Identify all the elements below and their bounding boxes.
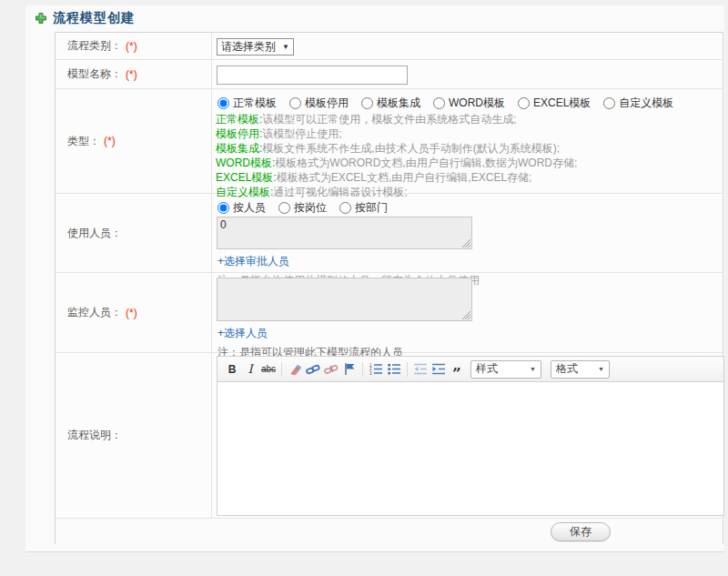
process-model-form: 流程类别： (*) 请选择类别 ▼ 模型名称： (*) 类型：: [55, 32, 723, 544]
toolbar-separator: [281, 362, 282, 377]
toolbar-separator: [407, 362, 408, 377]
users-textarea[interactable]: 0: [217, 217, 472, 249]
users-label: 使用人员：: [67, 226, 122, 241]
anchor-flag-icon[interactable]: [341, 360, 358, 379]
type-radio-custom[interactable]: [603, 97, 615, 109]
category-label: 流程类别：: [67, 38, 122, 54]
type-radio-normal[interactable]: [217, 97, 229, 109]
row-type: 类型： (*) 正常模板 模板停用 模板集成 WORD模板 EXCEL模板 自定…: [56, 89, 723, 194]
type-label: 类型：: [67, 134, 100, 149]
type-desc: 模板集成:模板文件系统不作生成,由技术人员手动制作(默认为系统模板);: [216, 141, 717, 156]
svg-text:3: 3: [369, 371, 372, 376]
save-button[interactable]: 保存: [551, 522, 611, 541]
type-option-label[interactable]: 自定义模板: [619, 96, 673, 111]
remove-format-icon[interactable]: [287, 360, 303, 379]
type-radio-integrated[interactable]: [361, 97, 373, 109]
type-radio-excel[interactable]: [518, 97, 530, 109]
row-description: 流程说明： B I abc: [56, 353, 723, 519]
description-label: 流程说明：: [67, 428, 122, 443]
users-radio-by-post[interactable]: [278, 202, 290, 214]
category-select-value: 请选择类别: [221, 39, 276, 55]
model-name-input[interactable]: [217, 66, 408, 85]
page-title: 流程模型创建: [53, 10, 135, 26]
indent-icon[interactable]: [430, 360, 447, 379]
rich-text-editor: B I abc: [217, 356, 724, 516]
format-dropdown[interactable]: 格式 ▼: [551, 360, 610, 379]
chevron-down-icon: ▼: [598, 366, 604, 372]
editor-toolbar: B I abc: [217, 357, 723, 382]
type-radio-disabled[interactable]: [289, 97, 301, 109]
blockquote-icon[interactable]: ”: [449, 360, 465, 379]
plus-icon: [35, 12, 47, 25]
users-radio-by-dept[interactable]: [339, 202, 351, 214]
chevron-down-icon: ▼: [282, 43, 289, 51]
required-marker: (*): [126, 307, 137, 319]
type-option-label[interactable]: WORD模板: [449, 96, 505, 111]
users-option-label[interactable]: 按部门: [355, 200, 388, 216]
type-radio-group: 正常模板 模板停用 模板集成 WORD模板 EXCEL模板 自定义模板: [217, 96, 717, 111]
monitors-textarea[interactable]: [217, 278, 472, 321]
type-option-label[interactable]: 模板停用: [305, 96, 349, 111]
unlink-icon[interactable]: [323, 360, 339, 379]
styles-dropdown[interactable]: 样式 ▼: [470, 360, 541, 379]
users-option-label[interactable]: 按岗位: [294, 200, 327, 216]
type-desc: 正常模板:该模型可以正常使用，模板文件由系统格式自动生成;: [216, 112, 717, 126]
row-monitors: 监控人员： (*) +选择人员 注：是指可以管理此下模型流程的人员: [56, 273, 723, 353]
row-users: 使用人员： 按人员 按岗位 按部门 0 +选择审批人员 注：是指允许使用此模型的…: [56, 194, 723, 273]
bullet-list-icon[interactable]: [386, 360, 402, 379]
category-select[interactable]: 请选择类别 ▼: [217, 38, 294, 56]
type-desc: EXCEL模板:模板格式为EXCEL文档,由用户自行编辑,EXCEL存储;: [216, 170, 717, 185]
users-radio-by-person[interactable]: [217, 202, 229, 214]
toolbar-separator: [362, 362, 363, 377]
italic-button[interactable]: I: [242, 360, 258, 379]
row-category: 流程类别： (*) 请选择类别 ▼: [56, 33, 723, 60]
link-icon[interactable]: [305, 360, 321, 379]
type-desc: 模板停用:该模型停止使用;: [216, 126, 717, 141]
users-radio-group: 按人员 按岗位 按部门: [217, 200, 717, 216]
content-panel: 流程模型创建 流程类别： (*) 请选择类别 ▼ 模型名称： (*): [25, 5, 724, 552]
row-model-name: 模型名称： (*): [56, 60, 723, 89]
pick-monitors-link[interactable]: +选择人员: [217, 326, 268, 341]
row-footer: 保存: [56, 519, 723, 545]
users-option-label[interactable]: 按人员: [233, 200, 266, 216]
required-marker: (*): [126, 40, 137, 53]
chevron-down-icon: ▼: [530, 366, 536, 372]
pick-approvers-link[interactable]: +选择审批人员: [217, 254, 289, 269]
page-header: 流程模型创建: [35, 10, 135, 26]
strikethrough-button[interactable]: abc: [260, 360, 277, 379]
model-name-label: 模型名称：: [67, 66, 122, 82]
outdent-icon[interactable]: [412, 360, 429, 379]
type-radio-word[interactable]: [433, 97, 445, 109]
ordered-list-icon[interactable]: 123: [368, 360, 384, 379]
bold-button[interactable]: B: [224, 360, 240, 379]
type-desc: WORD模板:模板格式为WORORD文档,由用户自行编辑,数据为WORD存储;: [216, 156, 717, 170]
monitors-label: 监控人员：: [67, 305, 122, 320]
editor-content-area[interactable]: [217, 382, 723, 515]
type-option-label[interactable]: 模板集成: [377, 96, 420, 111]
required-marker: (*): [104, 135, 116, 147]
required-marker: (*): [126, 68, 137, 81]
type-option-label[interactable]: 正常模板: [233, 96, 277, 111]
type-option-label[interactable]: EXCEL模板: [533, 96, 591, 111]
